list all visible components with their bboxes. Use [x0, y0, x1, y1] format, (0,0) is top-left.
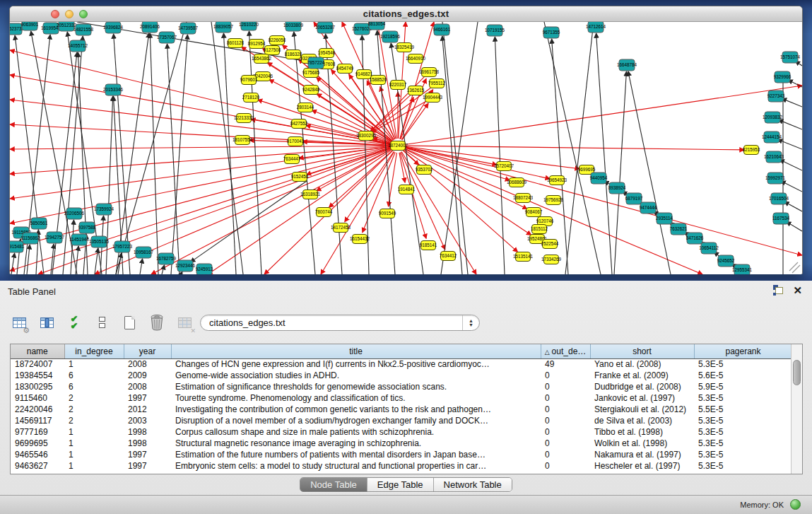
graph-node[interactable]: 16782759: [156, 253, 177, 264]
citation-network-graph[interactable]: 1872400786011288912954822605891275081654…: [10, 22, 802, 274]
graph-node[interactable]: 12213333: [234, 114, 254, 123]
graph-node[interactable]: 16648784: [617, 59, 637, 71]
table-scrollbar[interactable]: [791, 344, 802, 474]
graph-node[interactable]: 10654112: [699, 243, 719, 254]
graph-node[interactable]: 9152458: [291, 173, 309, 182]
column-header-name[interactable]: name: [11, 344, 64, 358]
graph-node[interactable]: 10719155: [485, 25, 505, 36]
graph-node[interactable]: 9329966: [774, 71, 792, 83]
new-document-icon[interactable]: [120, 313, 139, 332]
graph-node[interactable]: 8601128: [227, 39, 245, 48]
graph-node[interactable]: 9671355: [543, 27, 560, 38]
graph-node[interactable]: 19218596: [380, 31, 401, 42]
graph-node[interactable]: 17334269: [541, 255, 562, 264]
tab-node-table[interactable]: Node Table: [300, 478, 367, 491]
table-column-icon[interactable]: [37, 313, 56, 332]
zoom-window-button[interactable]: [79, 10, 88, 18]
graph-node[interactable]: 16154432: [350, 235, 370, 244]
graph-node[interactable]: 9474444: [640, 202, 657, 214]
graph-node[interactable]: 12923446: [175, 260, 196, 271]
graph-node[interactable]: 9245913: [196, 264, 213, 274]
memory-status-indicator[interactable]: [790, 499, 801, 510]
graph-node[interactable]: 8813054: [368, 22, 386, 30]
graph-node[interactable]: 8454749: [336, 64, 354, 74]
graph-node[interactable]: 10653287: [315, 22, 336, 33]
graph-node[interactable]: 9397588: [78, 222, 96, 233]
graph-node[interactable]: 7632621: [670, 223, 688, 235]
graph-node[interactable]: 2935114: [656, 213, 673, 224]
graph-node[interactable]: 17359924: [94, 204, 114, 215]
table-settings-icon[interactable]: ⚙: [10, 313, 28, 332]
table-row[interactable]: 1456911722003Disruption of a novel membe…: [11, 415, 792, 426]
graph-node[interactable]: 9063901: [21, 22, 39, 30]
graph-node[interactable]: 19756928: [543, 196, 564, 205]
graph-node[interactable]: 12955341: [732, 264, 753, 274]
row-height-icon[interactable]: [93, 313, 111, 332]
graph-node[interactable]: 9227343: [767, 90, 785, 102]
graph-node[interactable]: 1815112: [531, 225, 548, 234]
graph-node[interactable]: 18300295: [356, 132, 377, 141]
graph-node[interactable]: 7857224: [307, 57, 325, 69]
graph-node[interactable]: 9084067: [525, 208, 543, 217]
graph-node[interactable]: 16961758: [419, 68, 440, 77]
graph-node[interactable]: 9440954: [590, 173, 608, 184]
graph-node[interactable]: 14172453: [331, 223, 351, 233]
graph-node[interactable]: 8427552: [290, 119, 308, 129]
graph-node[interactable]: 9127508: [264, 46, 281, 55]
table-selector-dropdown[interactable]: citations_edges.txt ▲▼: [200, 315, 480, 331]
graph-node[interactable]: 9245652: [717, 255, 735, 267]
graph-node[interactable]: 16543862: [252, 54, 272, 64]
graph-node[interactable]: 10688609: [507, 178, 527, 187]
graph-node[interactable]: 17357067: [157, 32, 177, 43]
graph-node[interactable]: 8215953: [743, 146, 760, 155]
graph-node[interactable]: 14739587: [178, 23, 199, 34]
tab-edge-table[interactable]: Edge Table: [367, 478, 434, 491]
graph-node[interactable]: 7634447: [283, 155, 301, 164]
graph-node[interactable]: 16033809: [283, 22, 304, 31]
graph-node[interactable]: 7955112: [428, 79, 446, 88]
graph-node[interactable]: 8220317: [389, 81, 407, 90]
column-header-title[interactable]: title: [171, 344, 541, 358]
graph-node[interactable]: 16210643: [764, 151, 784, 163]
table-row[interactable]: 1938455462009Genome-wide association stu…: [11, 370, 792, 381]
graph-node[interactable]: 5850561: [30, 218, 48, 229]
graph-node[interactable]: 15751074: [780, 52, 801, 63]
table-row[interactable]: 946554611997Estimation of the future num…: [11, 449, 792, 460]
graph-node[interactable]: 14712614: [586, 22, 606, 33]
graph-node[interactable]: 19904443: [423, 93, 443, 103]
graph-node[interactable]: 1362615: [407, 86, 425, 95]
graph-node[interactable]: 15720407: [494, 162, 514, 171]
graph-node[interactable]: 13505135: [89, 236, 110, 247]
graph-node[interactable]: 9185141: [420, 241, 437, 250]
graph-node[interactable]: 7634412: [440, 252, 457, 261]
graph-node[interactable]: 9242848: [302, 86, 320, 95]
minimize-window-button[interactable]: [65, 10, 73, 18]
graph-node[interactable]: 7800744: [315, 208, 333, 217]
graph-node[interactable]: 8938924: [608, 182, 626, 194]
graph-node[interactable]: 15135141: [513, 252, 534, 262]
table-row[interactable]: 977716911998Corpus callosum shape and si…: [11, 426, 792, 438]
graph-node[interactable]: 9170041: [287, 137, 305, 146]
graph-node[interactable]: 16318921: [300, 190, 321, 199]
graph-node[interactable]: 9353702: [416, 165, 433, 175]
graph-node[interactable]: 18325419: [394, 43, 415, 52]
column-header-out_de[interactable]: △out_de…: [541, 344, 590, 358]
column-header-in_degree[interactable]: in_degree: [64, 344, 124, 358]
graph-node[interactable]: 12444154: [762, 132, 782, 143]
select-columns-icon[interactable]: ✔✔: [65, 313, 83, 332]
graph-node[interactable]: 2522544: [541, 240, 559, 249]
graph-node[interactable]: 1167534: [772, 213, 790, 224]
graph-node[interactable]: 14821558: [73, 24, 94, 35]
graph-node[interactable]: 16640910: [406, 54, 426, 64]
graph-node[interactable]: 3915481: [10, 241, 25, 252]
graph-node[interactable]: 8226058: [269, 36, 286, 45]
graph-node[interactable]: 20153346: [103, 84, 124, 95]
tab-network-table[interactable]: Network Table: [434, 478, 512, 491]
graph-node[interactable]: 18807243: [513, 194, 534, 203]
graph-node[interactable]: 1914841: [398, 185, 416, 194]
table-row[interactable]: 911546021997Tourette syndrome. Phenomeno…: [11, 392, 792, 404]
column-header-year[interactable]: year: [124, 344, 171, 358]
close-panel-icon[interactable]: ✕: [793, 285, 802, 296]
graph-node[interactable]: 2803144: [297, 103, 314, 112]
graph-node[interactable]: 11156862: [20, 233, 40, 244]
